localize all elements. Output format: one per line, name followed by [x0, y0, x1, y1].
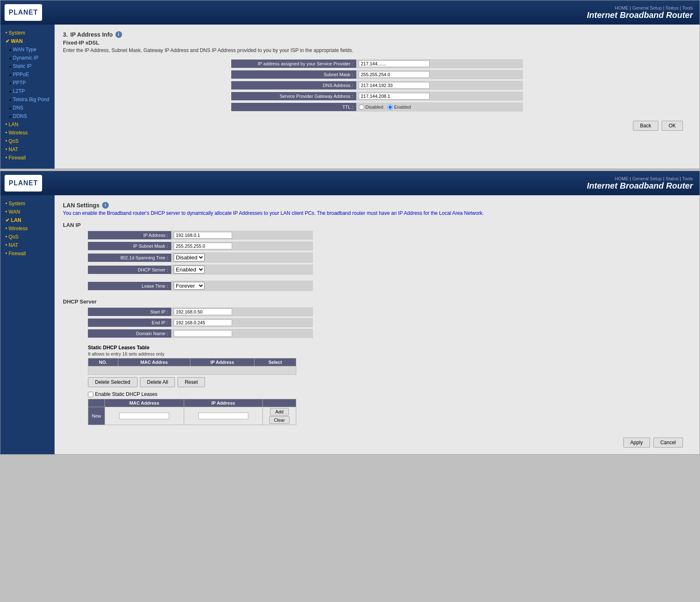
sidebar-item-pptp[interactable]: PPTP [0, 79, 55, 87]
input-end-ip[interactable] [174, 319, 232, 326]
sidebar-link-firewall-lan[interactable]: • Firewall [5, 251, 26, 256]
label-domain-name: Domain Name : [88, 329, 171, 338]
sidebar-item-firewall-wan[interactable]: • Firewall [0, 154, 55, 162]
nav-tools-lan[interactable]: Tools [682, 176, 693, 181]
sidebar-item-nat-lan[interactable]: • NAT [0, 241, 55, 249]
sidebar-link-lan-lan[interactable]: ✔ LAN [5, 217, 21, 223]
sidebar-link-wantype[interactable]: WAN Type [13, 47, 37, 52]
sidebar-link-dynamicip[interactable]: Dynamic IP [13, 55, 38, 61]
input-gateway[interactable] [359, 93, 430, 100]
input-lan-ip[interactable] [174, 232, 232, 239]
sidebar-link-system-wan[interactable]: • System [5, 30, 25, 36]
fixed-ip-xdsl-title: Fixed-IP xDSL [63, 40, 691, 46]
sidebar-item-qos-wan[interactable]: • QoS [0, 137, 55, 145]
sidebar-item-pppoe[interactable]: PPPoE [0, 70, 55, 79]
sidebar-link-wan-wan[interactable]: ✔ WAN [5, 38, 22, 44]
sidebar-link-qos-lan[interactable]: • QoS [5, 234, 19, 240]
ok-button[interactable]: OK [662, 121, 683, 131]
nav-status-lan[interactable]: Status [665, 176, 678, 181]
back-button[interactable]: Back [633, 121, 658, 131]
input-subnet[interactable] [359, 71, 430, 78]
nav-general-wan[interactable]: General Setup [632, 5, 662, 10]
sidebar-link-lan-wan[interactable]: • LAN [5, 122, 18, 127]
new-mac-input[interactable] [119, 413, 169, 419]
sidebar-link-ddns[interactable]: DDNS [13, 113, 27, 119]
sidebar-item-staticip[interactable]: Static IP [0, 62, 55, 70]
sidebar-link-wireless-lan[interactable]: • Wireless [5, 226, 28, 231]
dhcp-table-body [88, 366, 296, 375]
input-ip-provider[interactable] [359, 60, 430, 67]
layout-lan: • System • WAN ✔ LAN • Wireless • QoS • … [0, 195, 700, 454]
sidebar-item-lan-lan[interactable]: ✔ LAN [0, 216, 55, 224]
lan-ip-title: LAN IP [63, 222, 691, 228]
sidebar-link-wan-lan[interactable]: • WAN [5, 209, 20, 215]
static-dhcp-section: Static DHCP Leases Table It allows to en… [88, 345, 691, 425]
lan-buttons-area: Apply Cancel [63, 438, 691, 448]
sidebar-item-dynamicip[interactable]: Dynamic IP [0, 54, 55, 62]
logo-text-wan: PLANET [9, 9, 38, 16]
enable-static-dhcp-checkbox[interactable] [88, 392, 93, 397]
sidebar-item-l2tp[interactable]: L2TP [0, 87, 55, 95]
new-action-cell: Add Clear [263, 407, 296, 425]
input-start-ip[interactable] [174, 308, 232, 315]
delete-all-button[interactable]: Delete All [140, 377, 175, 387]
sidebar-item-wan-lan[interactable]: • WAN [0, 208, 55, 216]
input-lan-subnet[interactable] [174, 243, 232, 249]
sidebar-item-ddns[interactable]: DDNS [0, 112, 55, 120]
ttl-enabled-label[interactable]: Enabled [388, 104, 411, 110]
nav-home-lan[interactable]: HOME [615, 176, 628, 181]
sidebar-item-nat-wan[interactable]: • NAT [0, 145, 55, 154]
sidebar-item-wan-wan[interactable]: ✔ WAN [0, 37, 55, 45]
ttl-enabled-radio[interactable] [388, 104, 393, 110]
cancel-button[interactable]: Cancel [653, 438, 683, 448]
ttl-disabled-label[interactable]: Disabled [359, 104, 383, 110]
sidebar-link-dns-wan[interactable]: DNS [13, 105, 23, 111]
dhcp-server-form: Start IP : End IP : Domain Name : [88, 307, 321, 339]
label-spanning-tree: 802.1d Spanning Tree : [88, 254, 171, 262]
sidebar-link-wireless-wan[interactable]: • Wireless [5, 130, 28, 136]
sidebar-link-pptp[interactable]: PPTP [13, 80, 26, 86]
sidebar-link-qos-wan[interactable]: • QoS [5, 138, 19, 144]
nav-general-lan[interactable]: General Setup [632, 176, 662, 181]
sidebar-link-nat-lan[interactable]: • NAT [5, 242, 18, 248]
sidebar-link-staticip[interactable]: Static IP [13, 63, 32, 69]
sidebar-link-pppoe[interactable]: PPPoE [13, 72, 29, 77]
sidebar-link-telstra[interactable]: Telstra Big Pond [13, 97, 49, 102]
add-button[interactable]: Add [270, 408, 289, 415]
nav-status-wan[interactable]: Status [665, 5, 678, 10]
new-ip-input[interactable] [198, 413, 248, 419]
sidebar-item-system-wan[interactable]: • System [0, 29, 55, 37]
col-no: NO. [88, 358, 118, 366]
ip-address-info-title: IP Address Info [70, 31, 113, 38]
value-gateway [356, 92, 523, 101]
info-icon-lan[interactable]: i [102, 202, 109, 209]
select-spanning-tree[interactable]: Disabled Enabled [174, 254, 205, 261]
sidebar-item-telstra[interactable]: Telstra Big Pond [0, 95, 55, 104]
sidebar-item-dns-wan[interactable]: DNS [0, 104, 55, 112]
sidebar-link-firewall-wan[interactable]: • Firewall [5, 155, 26, 161]
value-subnet [356, 70, 523, 79]
input-dns[interactable] [359, 82, 430, 89]
nav-home-wan[interactable]: HOME [615, 5, 628, 10]
select-lease-time[interactable]: Forever 1 hour 8 hours 24 hours [174, 282, 205, 290]
ttl-disabled-radio[interactable] [359, 104, 364, 110]
delete-selected-button[interactable]: Delete Selected [88, 377, 138, 387]
sidebar-link-l2tp[interactable]: L2TP [13, 88, 25, 94]
sidebar-item-lan-wan[interactable]: • LAN [0, 120, 55, 129]
sidebar-item-wireless-lan[interactable]: • Wireless [0, 224, 55, 233]
sidebar-item-wantype[interactable]: WAN Type [0, 45, 55, 54]
sidebar-item-firewall-lan[interactable]: • Firewall [0, 249, 55, 258]
sidebar-link-system-lan[interactable]: • System [5, 201, 25, 206]
sidebar-item-wireless-wan[interactable]: • Wireless [0, 129, 55, 137]
form-row-lease-time: Lease Time : Forever 1 hour 8 hours 24 h… [88, 281, 321, 291]
clear-button[interactable]: Clear [269, 416, 289, 424]
sidebar-link-nat-wan[interactable]: • NAT [5, 147, 18, 152]
reset-button[interactable]: Reset [178, 377, 205, 387]
info-icon-wan[interactable]: i [115, 31, 122, 38]
select-dhcp-server[interactable]: Enabled Disabled [174, 266, 205, 274]
apply-button[interactable]: Apply [623, 438, 650, 448]
input-domain-name[interactable] [174, 330, 232, 337]
sidebar-item-system-lan[interactable]: • System [0, 199, 55, 208]
nav-tools-wan[interactable]: Tools [682, 5, 693, 10]
sidebar-item-qos-lan[interactable]: • QoS [0, 233, 55, 241]
